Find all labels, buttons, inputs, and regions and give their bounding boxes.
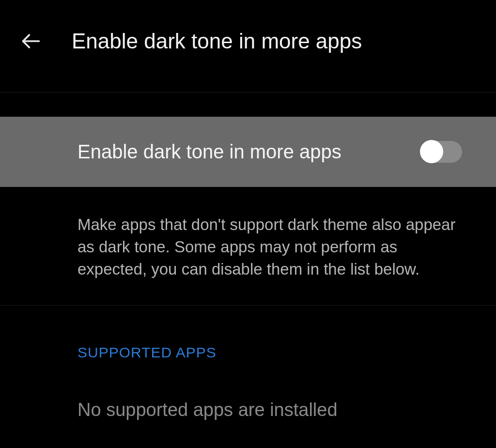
page-title: Enable dark tone in more apps [72,29,362,53]
empty-apps-message: No supported apps are installed [0,375,496,430]
description-text: Make apps that don't support dark theme … [0,187,496,306]
toggle-knob [420,140,443,163]
supported-apps-header: SUPPORTED APPS [0,306,496,375]
header: Enable dark tone in more apps [0,0,496,93]
toggle-switch[interactable] [421,141,462,163]
dark-tone-toggle-row[interactable]: Enable dark tone in more apps [0,117,496,187]
toggle-label: Enable dark tone in more apps [78,141,341,163]
back-icon[interactable] [19,30,43,53]
